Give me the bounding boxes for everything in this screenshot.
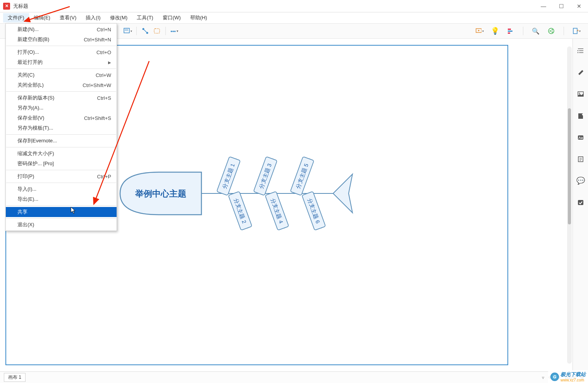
svg-point-11 [548,28,554,34]
app-logo [3,3,10,10]
svg-point-43 [579,93,580,94]
vertical-scrollbar[interactable] [567,46,572,364]
file-menu-item[interactable]: 导出(E)... [6,194,117,204]
menu-separator [6,170,116,170]
boundary-icon[interactable] [152,26,162,36]
menu-item-label: 另存为模板(T)... [17,125,53,132]
menu-item-label: 缩减文件大小(F) [17,150,54,157]
menu-item-label: 另存为(A)... [17,104,43,111]
menu-tools[interactable]: 工具(T) [132,13,158,22]
menu-item-label: 打印(P) [17,173,34,180]
watermark-text: 极光下载站 [560,371,586,378]
relationship-icon[interactable] [141,26,150,36]
notes-panel-icon[interactable] [576,155,585,163]
comments-panel-icon[interactable]: 💬 [576,176,585,185]
statusbar: 画布 1 ▿ 👁 ⊖ 100% ⊕ [0,371,588,383]
menu-item-label: 退出(X) [17,221,34,228]
file-menu-item[interactable]: 保存到Evernote... [6,136,117,146]
svg-text:Aa: Aa [578,136,583,140]
menu-item-label: 最近打开的 [17,59,43,66]
svg-rect-52 [578,200,583,205]
file-menu-item[interactable]: 关闭(C)Ctrl+W [6,70,117,80]
menu-item-label: 新建空白图(B) [17,36,49,43]
maximize-button[interactable]: ☐ [552,0,570,12]
menu-item-shortcut: Ctrl+S [97,95,111,101]
menu-item-shortcut: Ctrl+O [96,50,111,55]
svg-point-40 [577,50,578,51]
search-icon[interactable]: 🔍 [531,26,540,36]
file-menu-dropdown: 新建(N)...Ctrl+N新建空白图(B)Ctrl+Shift+N打开(O).… [5,23,117,231]
menu-separator [6,91,116,92]
presentation-icon[interactable]: ▾ [475,26,484,36]
idea-icon[interactable]: 💡 [490,26,500,36]
svg-rect-9 [508,31,512,32]
task-panel-icon[interactable] [576,198,585,207]
file-menu-item[interactable]: 打开(O)...Ctrl+O [6,47,117,57]
menu-item-label: 保存新的版本(S) [17,94,54,101]
file-menu-item[interactable]: 保存全部(V)Ctrl+Shift+S [6,113,117,123]
watermark: G 极光下载站 www.xz7.com [548,370,588,383]
outline-icon[interactable]: ▾ [123,26,132,36]
file-menu-item[interactable]: 新建空白图(B)Ctrl+Shift+N [6,34,117,44]
file-menu-item[interactable]: 保存新的版本(S)Ctrl+S [6,93,117,103]
file-menu-item[interactable]: 共享 [6,207,117,217]
sheet-tab[interactable]: 画布 1 [4,373,26,382]
file-menu-item[interactable]: 缩减文件大小(F) [6,149,117,159]
gantt-icon[interactable] [506,26,515,36]
file-menu-item[interactable]: 另存为(A)... [6,103,117,113]
menu-item-shortcut: Ctrl+W [96,72,111,78]
svg-rect-17 [573,28,577,34]
menu-separator [6,134,116,135]
menu-item-label: 共享 [17,209,28,215]
menu-separator [6,205,116,206]
text-panel-icon[interactable]: Aa [576,133,585,142]
menu-file[interactable]: 文件(F) [3,13,29,22]
svg-marker-24 [333,174,352,213]
watermark-url: www.xz7.com [560,378,586,382]
menu-view[interactable]: 查看(V) [55,13,81,22]
menu-item-shortcut: Ctrl+Shift+S [84,115,111,121]
menu-separator [6,68,116,69]
menu-item-label: 保存到Evernote... [17,137,57,144]
menu-window[interactable]: 窗口(W) [158,13,186,22]
menu-modify[interactable]: 修改(M) [105,13,132,22]
minimize-button[interactable]: — [535,0,552,12]
menu-edit[interactable]: 编辑(E) [29,13,55,22]
file-menu-item[interactable]: 另存为模板(T)... [6,123,117,133]
window-title: 无标题 [13,3,535,10]
svg-point-4 [146,32,148,34]
central-topic: 举例中心主题 [135,189,186,198]
file-menu-item[interactable]: 最近打开的▶ [6,57,117,67]
menu-item-shortcut: Ctrl+Shift+N [84,37,111,43]
outline-panel-icon[interactable] [576,46,585,55]
menu-help[interactable]: 帮助(H) [186,13,212,22]
filter-icon[interactable]: ▿ [542,375,544,380]
file-menu-item[interactable]: 导入(I)... [6,184,117,194]
more-icon[interactable]: •••▾ [170,26,179,36]
svg-point-3 [143,28,144,30]
image-panel-icon[interactable] [576,90,585,98]
file-menu-item[interactable]: 关闭全部(L)Ctrl+Shift+W [6,80,117,90]
menu-item-label: 保存全部(V) [17,115,44,121]
close-button[interactable]: ✕ [570,0,588,12]
menu-item-label: 导出(E)... [17,196,38,203]
menu-insert[interactable]: 插入(I) [81,13,105,22]
file-menu-item[interactable]: 新建(N)...Ctrl+N [6,24,117,34]
marker-panel-icon[interactable] [576,111,585,120]
format-panel-icon[interactable] [576,68,585,77]
svg-rect-8 [508,29,511,30]
menu-separator [6,183,116,183]
fishbone-diagram[interactable]: 举例中心主题 分支主题 1分支主题 3分支主题 5 分支主题 2分支主题 4分支… [116,147,368,263]
file-menu-item[interactable]: 打印(P)Ctrl+P [6,171,117,181]
svg-rect-5 [154,29,160,33]
svg-point-41 [577,52,578,53]
menu-item-label: 导入(I)... [17,186,36,193]
menu-item-label: 密码保护... [Pro] [17,160,54,167]
svg-marker-7 [478,30,480,31]
menu-item-shortcut: Ctrl+Shift+W [83,82,111,88]
file-menu-item[interactable]: 密码保护... [Pro] [6,159,117,169]
share-icon[interactable] [547,26,556,36]
menu-item-label: 关闭(C) [17,72,34,79]
export-icon[interactable]: ▾ [572,26,581,36]
file-menu-item[interactable]: 退出(X) [6,220,117,230]
